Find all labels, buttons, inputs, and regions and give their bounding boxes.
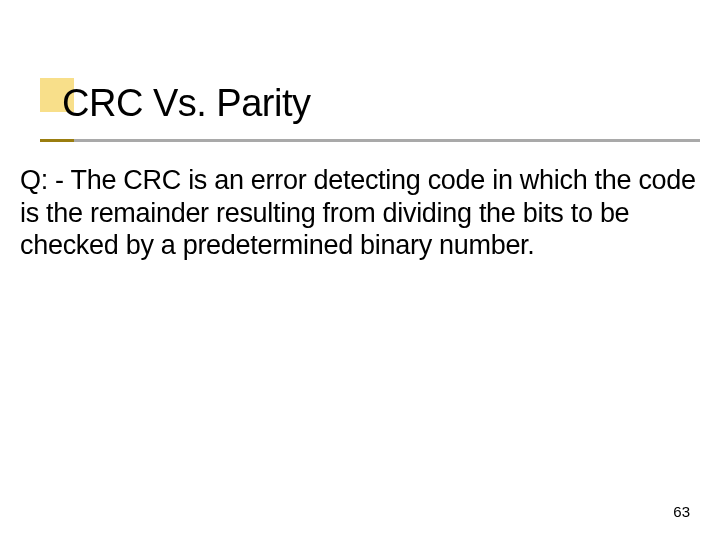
body-text: Q: - The CRC is an error detecting code …: [20, 164, 700, 262]
title-container: CRC Vs. Parity: [62, 82, 310, 125]
title-underline-accent: [40, 139, 74, 142]
title-underline-gray: [40, 139, 700, 142]
page-number: 63: [673, 503, 690, 520]
slide-title: CRC Vs. Parity: [62, 82, 310, 125]
